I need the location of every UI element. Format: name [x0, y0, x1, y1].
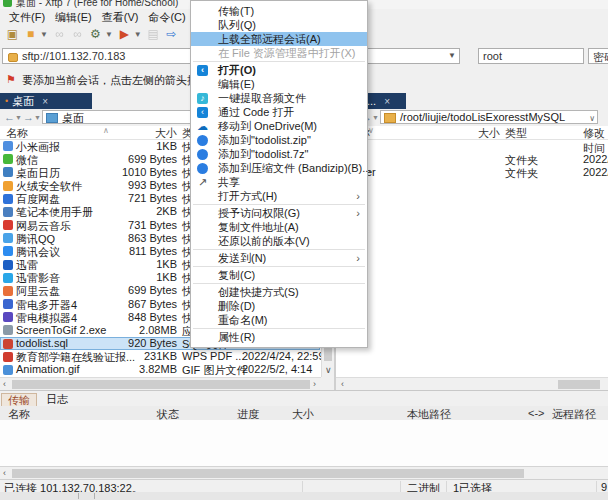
context-menu-item[interactable]: 通过 Code 打开‹ [191, 105, 367, 119]
context-menu-item[interactable]: 重命名(M) [191, 313, 367, 327]
status-divider [400, 481, 401, 492]
menu-item-label: 队列(Q) [218, 19, 256, 31]
tab-local-desktop[interactable]: • 桌面 × [0, 93, 92, 109]
context-menu-item[interactable]: 还原以前的版本(V) [191, 234, 367, 248]
remote-path-input[interactable]: /root/liujie/todoLisExoresstMySQL ∨ [380, 110, 598, 124]
file-icon [3, 325, 13, 335]
scroll-thumb[interactable] [12, 380, 310, 389]
context-menu-item[interactable]: 复制(C) [191, 268, 367, 282]
menu-separator [193, 328, 365, 329]
menu-separator [193, 266, 365, 267]
menu-item-label: 添加到压缩文件 (Bandizip)(B)... [218, 162, 371, 174]
open-folder-icon[interactable]: ■ [22, 26, 39, 42]
status-divider [302, 481, 303, 492]
context-menu-item[interactable]: 上载全部远程会话(A) [191, 32, 367, 46]
run-icon[interactable]: ▶ [116, 26, 133, 42]
menu-item-label: 授予访问权限(G) [218, 207, 300, 219]
context-menu-item[interactable]: 共享↗ [191, 175, 367, 189]
transfer-col-5[interactable]: <-> [528, 407, 545, 419]
context-menu-item[interactable]: 授予访问权限(G)› [191, 206, 367, 220]
tab-log[interactable]: 日志 [40, 393, 74, 406]
context-menu-item[interactable]: 创建快捷方式(S) [191, 285, 367, 299]
session-properties-icon-dropdown[interactable]: ▼ [105, 30, 113, 39]
tab-close-icon[interactable]: × [42, 96, 48, 107]
context-menu-item[interactable]: 一键提取音频文件♪ [191, 91, 367, 105]
file-icon [3, 207, 13, 217]
scroll-thumb[interactable] [558, 380, 600, 389]
tab-transfer[interactable]: 传输 [1, 393, 37, 407]
scroll-left-icon[interactable]: ‹ [3, 379, 6, 389]
scroll-right-icon[interactable]: › [313, 379, 316, 389]
context-menu-item[interactable]: 添加到"todolist.7z" [191, 147, 367, 161]
file-size: 811 Bytes [100, 245, 177, 257]
file-icon [3, 167, 13, 177]
context-menu-item[interactable]: 发送到(N)› [191, 251, 367, 265]
context-menu-item[interactable]: 编辑(E) [191, 77, 367, 91]
file-name: ScreenToGif 2.exe [16, 324, 107, 336]
menu-item-label: 还原以前的版本(V) [218, 235, 310, 247]
file-row[interactable]: er文件夹2022/ [336, 166, 606, 179]
open-folder-icon-dropdown[interactable]: ▼ [40, 30, 48, 39]
file-row[interactable] [336, 140, 606, 153]
run-icon-dropdown[interactable]: ▼ [134, 30, 142, 39]
forward-dropdown-icon[interactable]: ▼ [34, 114, 41, 121]
transfer-header: 名称状态进度大小本地路径<->远程路径 [0, 406, 608, 421]
submenu-arrow-icon: › [356, 189, 360, 203]
file-icon [3, 194, 13, 204]
context-menu-item[interactable]: 打开(O)‹ [191, 63, 367, 77]
bandizip-icon [197, 149, 208, 160]
submenu-arrow-icon: › [356, 251, 360, 265]
file-row[interactable]: 文件夹2022/ [336, 153, 606, 166]
address-dropdown-icon[interactable]: ▼ [448, 51, 456, 60]
file-name: todolist.sql [16, 337, 68, 349]
tab-close-icon[interactable]: × [384, 96, 390, 107]
folder-icon [46, 113, 58, 123]
context-menu-item[interactable]: 属性(R) [191, 330, 367, 344]
scroll-thumb[interactable] [12, 469, 524, 478]
file-size: 2.08MB [100, 324, 177, 336]
local-hscrollbar[interactable]: ‹ › [0, 377, 321, 391]
file-row[interactable]: 教育部学籍在线验证报...231KBWPS PDF ...2022/4/24, … [0, 350, 320, 363]
file-icon [3, 273, 13, 283]
context-menu-item[interactable]: 复制文件地址(A) [191, 220, 367, 234]
password-input[interactable]: 密码 [588, 48, 608, 64]
transfer-hscrollbar[interactable]: ‹ [0, 466, 608, 480]
scroll-down-icon[interactable]: ∨ [325, 365, 332, 375]
back-dropdown-icon[interactable]: ▼ [15, 114, 22, 121]
scroll-left-icon[interactable]: ‹ [3, 468, 6, 478]
status-bar: 已连接 101.132.70.183:22。 二进制 1已选择 9 [0, 479, 608, 493]
file-size: 699 Bytes [100, 153, 177, 165]
context-menu-item[interactable]: 添加到压缩文件 (Bandizip)(B)... [191, 161, 367, 175]
context-menu-item[interactable]: 传输(T) [191, 4, 367, 18]
back-icon[interactable]: ← [4, 111, 15, 123]
menu-item-label: 复制文件地址(A) [218, 221, 299, 233]
context-menu-item[interactable]: 移动到 OneDrive(M)☁ [191, 119, 367, 133]
file-row[interactable]: Animation.gif3.82MBGIF 图片文件2022/5/2, 4:1… [0, 363, 320, 376]
transfer-icon[interactable]: ⇨ [163, 26, 180, 42]
disconnect-icon: ∞ [69, 26, 86, 42]
path-dropdown-icon[interactable]: ∨ [589, 114, 595, 123]
file-size: 993 Bytes [100, 179, 177, 191]
file-size: 3.82MB [100, 363, 177, 375]
bandizip-icon [197, 135, 208, 146]
forward-icon[interactable]: → [23, 111, 34, 123]
file-icon [3, 246, 13, 256]
new-session-icon[interactable]: ▣ [4, 26, 21, 42]
context-menu: 传输(T)队列(Q)上载全部远程会话(A)在 File 资源管理器中打开(X)打… [190, 0, 368, 348]
bottom-strip [0, 492, 608, 500]
scroll-left-icon[interactable]: ‹ [341, 379, 344, 389]
context-menu-item[interactable]: 队列(Q) [191, 18, 367, 32]
file-icon [3, 286, 13, 296]
context-menu-item[interactable]: 删除(D) [191, 299, 367, 313]
forward-dropdown-icon[interactable]: ▼ [372, 114, 379, 121]
context-menu-item[interactable]: 添加到"todolist.zip" [191, 133, 367, 147]
file-icon [3, 260, 13, 270]
file-size: 1KB [100, 271, 177, 283]
context-menu-item[interactable]: 打开方式(H)› [191, 189, 367, 203]
remote-hscrollbar[interactable]: ‹ [336, 377, 608, 391]
menu-separator [193, 283, 365, 284]
tick [94, 493, 95, 499]
session-properties-icon[interactable]: ⚙ [87, 26, 104, 42]
username-input[interactable]: root [478, 48, 584, 64]
file-size: 920 Bytes [100, 337, 177, 349]
